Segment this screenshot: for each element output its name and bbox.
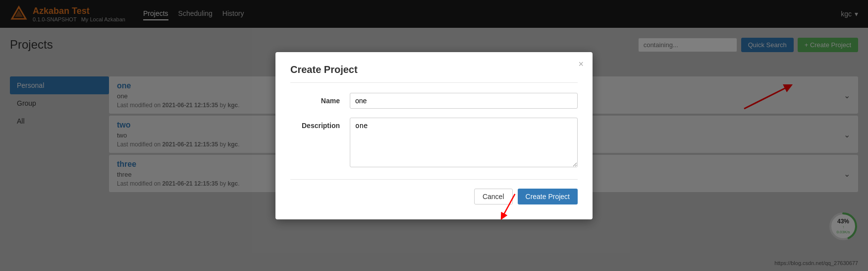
modal-close-button[interactable]: × bbox=[578, 59, 584, 69]
desc-textarea[interactable]: one bbox=[350, 118, 578, 167]
desc-form-row: Description one bbox=[290, 118, 578, 167]
desc-label: Description bbox=[290, 118, 340, 130]
name-form-row: Name bbox=[290, 93, 578, 109]
modal-overlay[interactable]: Create Project × Name Description one Ca… bbox=[0, 0, 868, 271]
create-project-modal: Create Project × Name Description one Ca… bbox=[275, 52, 593, 219]
cancel-button[interactable]: Cancel bbox=[474, 189, 513, 204]
modal-title: Create Project bbox=[290, 64, 578, 83]
submit-create-button[interactable]: Create Project bbox=[518, 189, 578, 204]
name-input[interactable] bbox=[350, 93, 578, 109]
modal-footer: Cancel Create Project bbox=[290, 179, 578, 204]
name-label: Name bbox=[290, 93, 340, 105]
